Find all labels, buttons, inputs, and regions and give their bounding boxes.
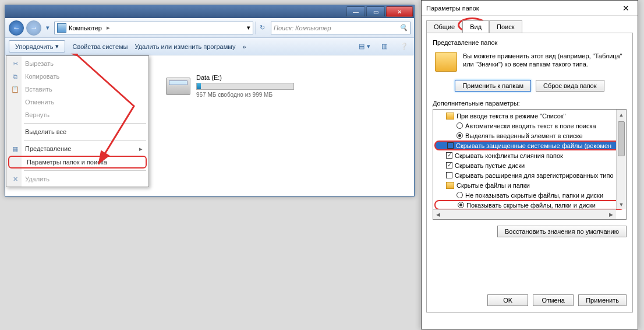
menu-select-all[interactable]: Выделить все xyxy=(8,125,147,138)
minimize-button[interactable]: — xyxy=(346,6,365,17)
scroll-left-icon[interactable]: ◀ xyxy=(433,210,443,219)
preview-pane-button[interactable]: ▥ xyxy=(378,40,391,53)
tree-radio-show-hidden[interactable]: Показывать скрытые файлы, папки и диски xyxy=(434,200,625,210)
view-mode-button[interactable]: ▤ ▾ xyxy=(358,40,371,53)
menu-redo[interactable]: Вернуть xyxy=(8,108,147,121)
uninstall-program-button[interactable]: Удалить или изменить программу xyxy=(135,43,235,50)
explorer-titlebar[interactable]: — ▭ ✕ xyxy=(5,5,414,18)
hdd-icon xyxy=(166,78,190,95)
command-bar: Упорядочить ▾ Свойства системы Удалить и… xyxy=(5,38,414,55)
toolbar-overflow[interactable]: » xyxy=(242,43,246,50)
menu-separator xyxy=(24,140,146,141)
search-placeholder: Поиск: Компьютер xyxy=(274,24,331,31)
advanced-settings-tree[interactable]: При вводе текста в режиме "Список" Автом… xyxy=(433,109,627,220)
tree-radio-select-typed[interactable]: Выделять введенный элемент в списке xyxy=(434,131,625,141)
folder-icon xyxy=(446,113,454,120)
tab-view[interactable]: Вид xyxy=(462,20,489,33)
horizontal-scrollbar[interactable]: ◀ ▶ xyxy=(433,209,616,219)
close-button[interactable]: ✕ xyxy=(386,6,413,17)
menu-copy[interactable]: ⧉Копировать xyxy=(8,70,147,83)
apply-button[interactable]: Применить xyxy=(578,294,627,306)
advanced-settings-label: Дополнительные параметры: xyxy=(433,100,627,107)
tree-check-hide-merge[interactable]: Скрывать конфликты слияния папок xyxy=(434,150,625,160)
dialog-title: Параметры папок xyxy=(426,5,479,12)
address-bar[interactable]: Компьютер ▸ ▾ xyxy=(54,22,253,34)
submenu-arrow-icon: ▸ xyxy=(139,145,143,153)
delete-icon: ✕ xyxy=(10,174,20,184)
apply-to-folders-button[interactable]: Применить к папкам xyxy=(455,80,531,92)
chevron-down-icon: ▾ xyxy=(55,43,59,50)
layout-icon: ▦ xyxy=(10,144,20,153)
dialog-titlebar[interactable]: Параметры папок ✕ xyxy=(422,1,638,16)
organize-label: Упорядочить xyxy=(15,43,53,50)
tree-check-hide-empty[interactable]: Скрывать пустые диски xyxy=(434,160,625,170)
radio-icon xyxy=(458,202,464,208)
tree-check-hide-protected[interactable]: Скрывать защищенные системные файлы (рек… xyxy=(434,141,625,150)
ok-button[interactable]: OK xyxy=(487,294,528,306)
nav-bar: ← → ▾ Компьютер ▸ ▾ ↻ Поиск: Компьютер 🔍 xyxy=(5,18,414,38)
dialog-tabs: Общие Вид Поиск xyxy=(422,16,638,33)
folder-views-group-label: Представление папок xyxy=(433,39,627,46)
checkbox-icon xyxy=(447,142,454,149)
tab-search[interactable]: Поиск xyxy=(489,20,522,33)
dialog-footer: OK Отмена Применить xyxy=(427,289,632,312)
menu-folder-options[interactable]: Параметры папок и поиска xyxy=(8,156,147,168)
menu-undo[interactable]: Отменить xyxy=(8,96,147,108)
menu-cut[interactable]: ✂Вырезать xyxy=(8,57,147,70)
radio-icon xyxy=(457,192,463,198)
maximize-button[interactable]: ▭ xyxy=(366,6,385,17)
scissors-icon: ✂ xyxy=(10,59,20,68)
help-button[interactable]: ❔ xyxy=(398,40,411,53)
tree-group[interactable]: При вводе текста в режиме "Список" xyxy=(434,111,625,121)
paste-icon: 📋 xyxy=(10,85,20,94)
drive-item[interactable]: Data (E:) 967 МБ свободно из 999 МБ xyxy=(166,74,294,98)
search-icon: 🔍 xyxy=(399,24,408,31)
tree-radio-auto-type[interactable]: Автоматически вводить текст в поле поиск… xyxy=(434,121,625,131)
dialog-close-button[interactable]: ✕ xyxy=(619,3,633,13)
folder-views-text: Вы можете применить этот вид (например, … xyxy=(463,52,624,69)
organize-button[interactable]: Упорядочить ▾ xyxy=(9,40,65,52)
drive-free-text: 967 МБ свободно из 999 МБ xyxy=(196,92,294,98)
refresh-button[interactable]: ↻ xyxy=(256,22,268,34)
computer-icon xyxy=(57,23,66,33)
copy-icon: ⧉ xyxy=(10,72,20,81)
checkbox-icon xyxy=(446,152,452,159)
system-properties-button[interactable]: Свойства системы xyxy=(72,43,128,50)
back-button[interactable]: ← xyxy=(9,20,24,36)
breadcrumb-arrow[interactable]: ▸ xyxy=(104,24,112,31)
folder-icon xyxy=(435,52,457,72)
address-text: Компьютер xyxy=(69,24,102,31)
folder-options-dialog: Параметры папок ✕ Общие Вид Поиск Предст… xyxy=(421,0,638,329)
dialog-body: Представление папок Вы можете применить … xyxy=(426,33,633,313)
address-dropdown-icon[interactable]: ▾ xyxy=(247,24,250,31)
radio-icon xyxy=(457,122,463,129)
menu-separator xyxy=(24,123,146,124)
menu-paste[interactable]: 📋Вставить xyxy=(8,83,147,96)
vertical-scrollbar[interactable]: ▲ ▼ xyxy=(616,110,626,209)
radio-icon xyxy=(457,132,463,139)
search-input[interactable]: Поиск: Компьютер 🔍 xyxy=(271,22,411,34)
restore-defaults-button[interactable]: Восстановить значения по умолчанию xyxy=(497,226,627,237)
tab-general[interactable]: Общие xyxy=(426,20,462,33)
forward-button[interactable]: → xyxy=(26,20,41,36)
checkbox-icon xyxy=(446,162,452,168)
checkbox-icon xyxy=(446,172,452,178)
menu-layout[interactable]: ▦Представление▸ xyxy=(8,142,147,155)
scroll-up-icon[interactable]: ▲ xyxy=(617,110,626,120)
tree-group-hidden[interactable]: Скрытые файлы и папки xyxy=(434,180,625,190)
scroll-thumb[interactable] xyxy=(618,121,625,156)
folder-icon xyxy=(446,182,454,189)
menu-delete[interactable]: ✕Удалить xyxy=(8,173,147,185)
scroll-right-icon[interactable]: ▶ xyxy=(606,210,616,219)
reset-folders-button[interactable]: Сброс вида папок xyxy=(536,80,604,92)
drive-name: Data (E:) xyxy=(196,74,294,81)
scroll-down-icon[interactable]: ▼ xyxy=(617,199,626,209)
tree-radio-dont-show-hidden[interactable]: Не показывать скрытые файлы, папки и дис… xyxy=(434,190,625,200)
nav-history-dropdown[interactable]: ▾ xyxy=(44,20,52,36)
menu-separator xyxy=(24,170,146,171)
drive-usage-bar xyxy=(196,83,294,90)
tree-check-hide-ext[interactable]: Скрывать расширения для зарегистрированн… xyxy=(434,170,625,180)
cancel-button[interactable]: Отмена xyxy=(533,294,574,306)
organize-menu: ✂Вырезать ⧉Копировать 📋Вставить Отменить… xyxy=(6,55,149,187)
